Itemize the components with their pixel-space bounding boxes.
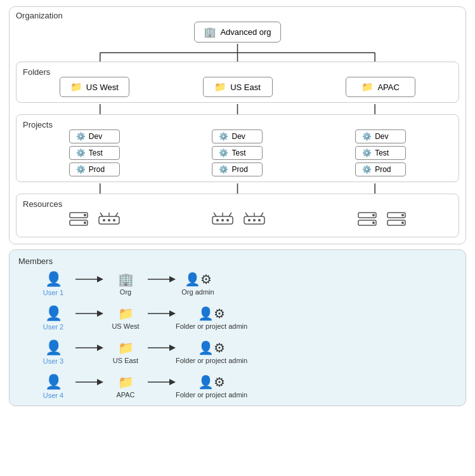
project-item: ⚙️ Prod xyxy=(69,162,120,176)
folder-icon-member-4: 📁 xyxy=(118,374,134,390)
org-section-label: Organization xyxy=(16,11,63,20)
role-label-4: Folder or project admin xyxy=(176,391,247,399)
projects-section-label: Projects xyxy=(23,120,53,129)
server-icon-2 xyxy=(356,209,379,232)
svg-point-29 xyxy=(108,219,110,221)
project-label: Test xyxy=(231,149,245,157)
svg-point-48 xyxy=(372,221,375,224)
project-icon: ⚙️ xyxy=(219,149,228,157)
members-label: Members xyxy=(18,256,457,266)
svg-line-41 xyxy=(261,213,263,216)
svg-marker-60 xyxy=(169,310,176,317)
role-label-3: Folder or project admin xyxy=(176,357,247,364)
member-row-3: 👤 User 3 📁 US East xyxy=(31,340,457,365)
svg-point-23 xyxy=(84,221,86,224)
org-icon: 🏢 xyxy=(204,26,216,38)
svg-line-25 xyxy=(100,213,103,216)
svg-line-32 xyxy=(214,213,216,216)
router-icon xyxy=(96,209,122,232)
project-label: Prod xyxy=(89,165,105,174)
role-3: 👤⚙ Folder or project admin xyxy=(176,340,247,364)
project-icon: ⚙️ xyxy=(76,165,86,174)
svg-point-30 xyxy=(113,219,115,221)
project-item: ⚙️ Prod xyxy=(212,162,263,176)
role-icon-2: 👤⚙ xyxy=(198,306,225,321)
arrow-4 xyxy=(148,309,176,318)
project-item: ⚙️ Prod xyxy=(355,162,406,176)
svg-point-51 xyxy=(401,214,404,216)
svg-point-37 xyxy=(226,219,229,221)
folders-row: 📁 US West 📁 US East 📁 APAC xyxy=(23,77,452,97)
project-item: ⚙️ Test xyxy=(212,146,263,160)
folders-section-label: Folders xyxy=(23,67,50,77)
user-icon-1: 👤 xyxy=(45,271,62,288)
main-container: Organization 🏢 Advanced org xyxy=(0,0,475,413)
project-label: Dev xyxy=(231,132,245,141)
resources-row xyxy=(23,209,452,232)
user2-label: User 2 xyxy=(43,323,63,331)
svg-point-36 xyxy=(221,219,224,221)
project-label: Prod xyxy=(375,165,391,174)
folder-label-west: US West xyxy=(86,83,119,92)
folder-target-2: 📁 US West xyxy=(103,306,148,330)
project-icon: ⚙️ xyxy=(219,132,228,141)
folder-icon-west: 📁 xyxy=(70,81,82,93)
role-icon-3: 👤⚙ xyxy=(198,340,225,355)
org-target-1: 🏢 Org xyxy=(103,272,148,296)
project-label: Test xyxy=(89,149,103,157)
user1-label: User 1 xyxy=(43,289,63,296)
svg-marker-66 xyxy=(97,379,103,385)
svg-marker-62 xyxy=(97,345,103,351)
router-icon-2 xyxy=(210,209,235,232)
svg-line-34 xyxy=(229,213,231,216)
org-node: 🏢 Advanced org xyxy=(194,22,280,43)
server-icon-3 xyxy=(385,209,408,232)
folder-target-label-4: APAC xyxy=(116,391,134,399)
project-icon: ⚙️ xyxy=(362,149,372,157)
role-icon-4: 👤⚙ xyxy=(198,374,225,390)
svg-point-42 xyxy=(248,219,251,221)
router-icon-3 xyxy=(242,209,267,232)
project-item: ⚙️ Dev xyxy=(355,129,406,143)
project-item: ⚙️ Dev xyxy=(212,129,263,143)
folder-us-east: 📁 US East xyxy=(203,77,273,97)
member-row-1: 👤 User 1 🏢 Org xyxy=(31,271,457,296)
svg-marker-54 xyxy=(97,276,103,282)
members-section: Members 👤 User 1 🏢 Org xyxy=(9,249,466,406)
user-icon-4: 👤 xyxy=(45,374,62,390)
member-row-4: 👤 User 4 📁 APAC xyxy=(31,374,457,399)
folder-icon-apac: 📁 xyxy=(361,81,374,93)
resources-section-label: Resources xyxy=(23,199,62,209)
arrow-2 xyxy=(148,275,176,284)
svg-point-22 xyxy=(84,214,86,216)
svg-marker-58 xyxy=(97,310,103,317)
role-4: 👤⚙ Folder or project admin xyxy=(176,374,247,399)
project-group-west: ⚙️ Dev ⚙️ Test ⚙️ Prod xyxy=(69,129,120,176)
svg-line-27 xyxy=(115,213,118,216)
project-item: ⚙️ Test xyxy=(355,146,406,160)
folder-icon-member-2: 📁 xyxy=(118,306,134,321)
svg-point-28 xyxy=(103,219,105,221)
arrow-7 xyxy=(75,378,103,387)
member-rows: 👤 User 1 🏢 Org xyxy=(18,271,457,399)
org-icon-member: 🏢 xyxy=(118,272,134,287)
project-label: Dev xyxy=(375,132,388,141)
project-group-apac: ⚙️ Dev ⚙️ Test ⚙️ Prod xyxy=(355,129,406,176)
project-icon: ⚙️ xyxy=(76,132,86,141)
arrow-5 xyxy=(75,343,103,352)
arrow-6 xyxy=(148,343,176,352)
role-icon-1: 👤⚙ xyxy=(185,272,212,287)
project-icon: ⚙️ xyxy=(362,165,372,174)
arrow-1 xyxy=(75,275,103,284)
project-icon: ⚙️ xyxy=(219,165,228,174)
svg-point-35 xyxy=(216,219,219,221)
folder-icon-east: 📁 xyxy=(214,81,226,93)
project-item: ⚙️ Test xyxy=(69,146,120,160)
org-target-label: Org xyxy=(120,288,131,296)
org-to-folders-connector xyxy=(16,44,459,62)
svg-point-47 xyxy=(372,214,375,216)
project-item: ⚙️ Dev xyxy=(69,129,120,143)
user3-item: 👤 User 3 xyxy=(31,340,75,365)
project-icon: ⚙️ xyxy=(362,132,372,141)
user3-label: User 3 xyxy=(43,357,63,365)
